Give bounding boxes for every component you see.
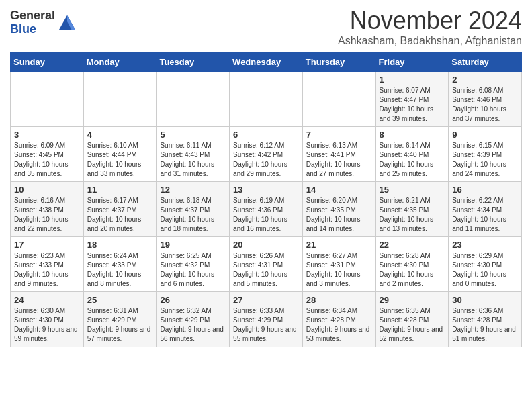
day-info: Sunrise: 6:10 AM Sunset: 4:44 PM Dayligh… bbox=[87, 141, 153, 179]
logo-blue: Blue bbox=[10, 23, 55, 36]
day-number: 25 bbox=[87, 295, 153, 305]
day-info: Sunrise: 6:33 AM Sunset: 4:29 PM Dayligh… bbox=[233, 306, 299, 344]
day-info: Sunrise: 6:24 AM Sunset: 4:33 PM Dayligh… bbox=[87, 251, 153, 289]
day-number: 30 bbox=[452, 295, 518, 305]
day-number: 21 bbox=[306, 240, 372, 250]
calendar-week-5: 24Sunrise: 6:30 AM Sunset: 4:30 PM Dayli… bbox=[11, 292, 522, 347]
calendar-cell: 30Sunrise: 6:36 AM Sunset: 4:28 PM Dayli… bbox=[449, 292, 522, 347]
month-title: November 2024 bbox=[338, 7, 522, 35]
calendar-week-1: 1Sunrise: 6:07 AM Sunset: 4:47 PM Daylig… bbox=[11, 72, 522, 127]
day-number: 28 bbox=[306, 295, 372, 305]
calendar-cell: 19Sunrise: 6:25 AM Sunset: 4:32 PM Dayli… bbox=[157, 237, 230, 292]
day-number: 8 bbox=[380, 130, 445, 140]
calendar-cell: 8Sunrise: 6:14 AM Sunset: 4:40 PM Daylig… bbox=[375, 127, 449, 182]
day-header-monday: Monday bbox=[83, 53, 157, 72]
logo-general: General bbox=[10, 9, 55, 23]
day-number: 29 bbox=[380, 295, 445, 305]
day-number: 6 bbox=[233, 130, 299, 140]
day-info: Sunrise: 6:32 AM Sunset: 4:29 PM Dayligh… bbox=[160, 306, 226, 344]
day-number: 12 bbox=[160, 185, 226, 195]
calendar-cell bbox=[302, 72, 375, 127]
day-number: 1 bbox=[380, 75, 445, 85]
calendar-cell: 14Sunrise: 6:20 AM Sunset: 4:35 PM Dayli… bbox=[302, 182, 375, 237]
day-info: Sunrise: 6:34 AM Sunset: 4:28 PM Dayligh… bbox=[306, 306, 372, 344]
calendar-cell: 24Sunrise: 6:30 AM Sunset: 4:30 PM Dayli… bbox=[11, 292, 84, 347]
calendar-cell: 18Sunrise: 6:24 AM Sunset: 4:33 PM Dayli… bbox=[83, 237, 157, 292]
calendar-table: SundayMondayTuesdayWednesdayThursdayFrid… bbox=[10, 52, 522, 347]
day-info: Sunrise: 6:28 AM Sunset: 4:30 PM Dayligh… bbox=[380, 251, 445, 289]
day-info: Sunrise: 6:13 AM Sunset: 4:41 PM Dayligh… bbox=[306, 141, 372, 179]
day-info: Sunrise: 6:18 AM Sunset: 4:37 PM Dayligh… bbox=[160, 196, 226, 234]
day-number: 19 bbox=[160, 240, 226, 250]
calendar-cell: 26Sunrise: 6:32 AM Sunset: 4:29 PM Dayli… bbox=[157, 292, 230, 347]
day-number: 14 bbox=[306, 185, 372, 195]
day-info: Sunrise: 6:21 AM Sunset: 4:35 PM Dayligh… bbox=[380, 196, 445, 234]
day-number: 22 bbox=[380, 240, 445, 250]
day-header-saturday: Saturday bbox=[449, 53, 522, 72]
day-info: Sunrise: 6:09 AM Sunset: 4:45 PM Dayligh… bbox=[14, 141, 80, 179]
calendar-cell: 6Sunrise: 6:12 AM Sunset: 4:42 PM Daylig… bbox=[230, 127, 303, 182]
calendar-cell: 13Sunrise: 6:19 AM Sunset: 4:36 PM Dayli… bbox=[230, 182, 303, 237]
calendar-cell: 5Sunrise: 6:11 AM Sunset: 4:43 PM Daylig… bbox=[157, 127, 230, 182]
day-number: 2 bbox=[452, 75, 518, 85]
day-info: Sunrise: 6:11 AM Sunset: 4:43 PM Dayligh… bbox=[160, 141, 226, 179]
day-info: Sunrise: 6:07 AM Sunset: 4:47 PM Dayligh… bbox=[380, 86, 445, 124]
calendar-cell: 3Sunrise: 6:09 AM Sunset: 4:45 PM Daylig… bbox=[11, 127, 84, 182]
day-header-tuesday: Tuesday bbox=[157, 53, 230, 72]
day-number: 20 bbox=[233, 240, 299, 250]
calendar-cell: 10Sunrise: 6:16 AM Sunset: 4:38 PM Dayli… bbox=[11, 182, 84, 237]
calendar-cell: 15Sunrise: 6:21 AM Sunset: 4:35 PM Dayli… bbox=[375, 182, 449, 237]
day-info: Sunrise: 6:31 AM Sunset: 4:29 PM Dayligh… bbox=[87, 306, 153, 344]
day-number: 7 bbox=[306, 130, 372, 140]
day-info: Sunrise: 6:12 AM Sunset: 4:42 PM Dayligh… bbox=[233, 141, 299, 179]
calendar-cell: 17Sunrise: 6:23 AM Sunset: 4:33 PM Dayli… bbox=[11, 237, 84, 292]
day-info: Sunrise: 6:20 AM Sunset: 4:35 PM Dayligh… bbox=[306, 196, 372, 234]
day-number: 17 bbox=[14, 240, 80, 250]
calendar-cell: 29Sunrise: 6:35 AM Sunset: 4:28 PM Dayli… bbox=[375, 292, 449, 347]
day-info: Sunrise: 6:08 AM Sunset: 4:46 PM Dayligh… bbox=[452, 86, 518, 124]
calendar-cell bbox=[157, 72, 230, 127]
day-number: 9 bbox=[452, 130, 518, 140]
calendar-cell: 27Sunrise: 6:33 AM Sunset: 4:29 PM Dayli… bbox=[230, 292, 303, 347]
calendar-cell: 1Sunrise: 6:07 AM Sunset: 4:47 PM Daylig… bbox=[375, 72, 449, 127]
day-header-wednesday: Wednesday bbox=[230, 53, 303, 72]
calendar-cell: 21Sunrise: 6:27 AM Sunset: 4:31 PM Dayli… bbox=[302, 237, 375, 292]
calendar-header-row: SundayMondayTuesdayWednesdayThursdayFrid… bbox=[11, 53, 522, 72]
day-header-sunday: Sunday bbox=[11, 53, 84, 72]
calendar-cell bbox=[230, 72, 303, 127]
day-number: 18 bbox=[87, 240, 153, 250]
day-number: 16 bbox=[452, 185, 518, 195]
day-number: 11 bbox=[87, 185, 153, 195]
day-number: 3 bbox=[14, 130, 80, 140]
calendar-cell: 4Sunrise: 6:10 AM Sunset: 4:44 PM Daylig… bbox=[83, 127, 157, 182]
calendar-cell: 22Sunrise: 6:28 AM Sunset: 4:30 PM Dayli… bbox=[375, 237, 449, 292]
calendar-cell: 20Sunrise: 6:26 AM Sunset: 4:31 PM Dayli… bbox=[230, 237, 303, 292]
day-info: Sunrise: 6:16 AM Sunset: 4:38 PM Dayligh… bbox=[14, 196, 80, 234]
day-info: Sunrise: 6:25 AM Sunset: 4:32 PM Dayligh… bbox=[160, 251, 226, 289]
calendar-cell: 25Sunrise: 6:31 AM Sunset: 4:29 PM Dayli… bbox=[83, 292, 157, 347]
calendar-cell: 23Sunrise: 6:29 AM Sunset: 4:30 PM Dayli… bbox=[449, 237, 522, 292]
day-info: Sunrise: 6:23 AM Sunset: 4:33 PM Dayligh… bbox=[14, 251, 80, 289]
calendar-cell: 2Sunrise: 6:08 AM Sunset: 4:46 PM Daylig… bbox=[449, 72, 522, 127]
day-number: 13 bbox=[233, 185, 299, 195]
day-info: Sunrise: 6:22 AM Sunset: 4:34 PM Dayligh… bbox=[452, 196, 518, 234]
day-number: 26 bbox=[160, 295, 226, 305]
day-number: 24 bbox=[14, 295, 80, 305]
calendar-week-2: 3Sunrise: 6:09 AM Sunset: 4:45 PM Daylig… bbox=[11, 127, 522, 182]
calendar-cell: 16Sunrise: 6:22 AM Sunset: 4:34 PM Dayli… bbox=[449, 182, 522, 237]
calendar-cell bbox=[83, 72, 157, 127]
calendar-cell: 9Sunrise: 6:15 AM Sunset: 4:39 PM Daylig… bbox=[449, 127, 522, 182]
day-number: 5 bbox=[160, 130, 226, 140]
calendar-cell: 12Sunrise: 6:18 AM Sunset: 4:37 PM Dayli… bbox=[157, 182, 230, 237]
calendar-cell bbox=[11, 72, 84, 127]
day-info: Sunrise: 6:14 AM Sunset: 4:40 PM Dayligh… bbox=[380, 141, 445, 179]
day-info: Sunrise: 6:15 AM Sunset: 4:39 PM Dayligh… bbox=[452, 141, 518, 179]
calendar-cell: 7Sunrise: 6:13 AM Sunset: 4:41 PM Daylig… bbox=[302, 127, 375, 182]
day-info: Sunrise: 6:30 AM Sunset: 4:30 PM Dayligh… bbox=[14, 306, 80, 344]
day-number: 4 bbox=[87, 130, 153, 140]
day-info: Sunrise: 6:36 AM Sunset: 4:28 PM Dayligh… bbox=[452, 306, 518, 344]
location-title: Ashkasham, Badakhshan, Afghanistan bbox=[338, 35, 522, 47]
logo-icon bbox=[58, 12, 77, 31]
title-area: November 2024 Ashkasham, Badakhshan, Afg… bbox=[338, 7, 522, 47]
day-number: 27 bbox=[233, 295, 299, 305]
